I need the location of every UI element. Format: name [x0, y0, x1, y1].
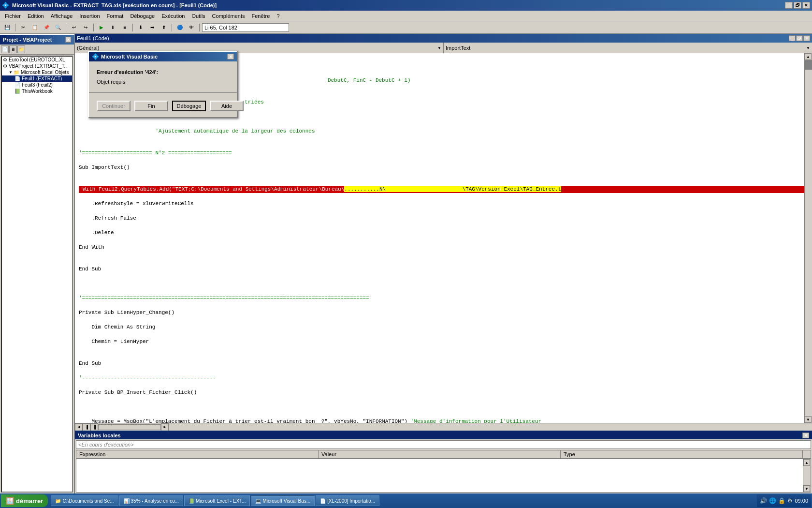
- taskbar-xl2000[interactable]: 📄 [XL-2000] Importatio...: [316, 495, 379, 506]
- dialog-fin-button[interactable]: Fin: [134, 101, 168, 111]
- dialog-aide-button[interactable]: Aide: [210, 101, 244, 111]
- dialog-debogage-button[interactable]: Débogage: [172, 101, 206, 111]
- dialog-separator: [89, 92, 237, 93]
- dialog-body: Erreur d'exécution '424': Objet requis C…: [89, 61, 237, 117]
- taskbar-tray: 🔊 🌐 🔒 ⚙ 09:00: [757, 494, 811, 507]
- taskbar-excel[interactable]: 📗 Microsoft Excel - EXT...: [184, 495, 250, 506]
- taskbar-vba[interactable]: 💻 Microsoft Visual Bas...: [251, 495, 315, 506]
- dialog-box: 💠 Microsoft Visual Basic ✕ Erreur d'exéc…: [88, 51, 238, 118]
- dialog-overlay: 💠 Microsoft Visual Basic ✕ Erreur d'exéc…: [0, 0, 812, 508]
- taskbar: 🪟 démarrer 📁 C:\Documents and Se... 📊 35…: [0, 493, 812, 508]
- tray-icon1: 🔊: [760, 497, 767, 504]
- taskbar-analyse[interactable]: 📊 35% - Analyse en co...: [119, 495, 184, 506]
- dialog-buttons: Continuer Fin Débogage Aide: [97, 99, 229, 113]
- tray-icon4: ⚙: [787, 497, 793, 504]
- dialog-close-btn[interactable]: ✕: [227, 54, 234, 60]
- tray-icon3: 🔒: [778, 497, 785, 504]
- taskbar-documents[interactable]: 📁 C:\Documents and Se...: [51, 495, 118, 506]
- taskbar-time: 09:00: [795, 498, 808, 504]
- dialog-title: 💠 Microsoft Visual Basic ✕: [89, 52, 237, 61]
- dialog-continuer-button[interactable]: Continuer: [97, 101, 130, 111]
- dialog-message: Objet requis: [97, 79, 229, 85]
- start-button[interactable]: 🪟 démarrer: [1, 494, 48, 507]
- tray-icon2: 🌐: [769, 497, 776, 504]
- dialog-error-text: Erreur d'exécution '424':: [97, 69, 229, 75]
